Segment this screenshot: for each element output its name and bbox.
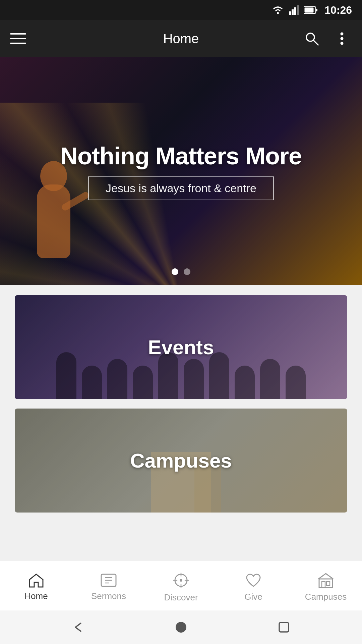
hero-content: Nothing Matters More Jesus is always fro… [60,142,302,200]
search-button[interactable] [302,29,322,49]
svg-point-0 [277,12,279,14]
recents-icon [277,621,291,634]
carousel-dot-1[interactable] [172,268,178,275]
crowd-person [158,352,178,399]
events-label: Events [148,336,214,359]
nav-item-sermons[interactable]: Sermons [72,560,145,610]
crowd-person [107,359,127,399]
svg-rect-4 [297,5,299,15]
bottom-nav: Home Sermons Discover [0,560,362,610]
system-nav [0,610,362,644]
toolbar-actions [302,29,352,49]
crowd-person [133,366,153,399]
menu-line-1 [10,33,26,35]
more-icon [339,31,345,46]
back-button[interactable] [68,617,88,637]
crowd-person [209,352,229,399]
time-display: 10:26 [324,4,352,16]
sermons-icon [100,573,117,588]
crowd-person [82,366,102,399]
campuses-nav-label: Campuses [305,592,347,602]
svg-rect-27 [279,623,289,632]
campuses-label: Campuses [130,449,232,472]
status-bar: 10:26 [0,0,362,20]
search-icon [304,31,319,46]
building-side [194,466,221,513]
svg-point-18 [180,579,182,582]
status-icons [272,5,318,15]
crowd-person [184,359,204,399]
svg-rect-3 [294,7,296,15]
svg-point-10 [341,33,344,36]
hero-subtitle-box: Jesus is always front & centre [88,176,274,200]
svg-rect-1 [289,11,291,15]
svg-rect-6 [316,9,317,11]
content-section: Events Campuses [0,285,362,560]
nav-item-campuses[interactable]: Campuses [290,560,362,610]
home-icon [28,573,44,588]
discover-icon [172,572,190,589]
campuses-nav-icon [317,572,335,588]
give-icon [245,572,262,588]
menu-button[interactable] [10,29,30,49]
back-icon [71,621,85,634]
home-system-icon [174,621,188,634]
crowd-person [56,352,76,399]
hero-title: Nothing Matters More [60,142,302,170]
hero-subtitle: Jesus is always front & centre [106,182,256,195]
crowd-person [260,359,280,399]
nav-item-discover[interactable]: Discover [145,560,217,610]
battery-icon [304,6,318,14]
give-nav-label: Give [244,592,262,602]
home-nav-label: Home [24,591,48,601]
nav-item-give[interactable]: Give [217,560,290,610]
sermons-nav-label: Sermons [91,591,126,601]
toolbar: Home [0,20,362,57]
signal-icon [289,5,299,15]
home-system-button[interactable] [171,617,191,637]
svg-rect-7 [305,8,314,13]
recents-button[interactable] [274,617,294,637]
svg-line-9 [313,40,318,45]
crowd-person [235,366,255,399]
carousel-dots [172,268,190,275]
svg-rect-23 [319,579,333,588]
nav-item-home[interactable]: Home [0,560,72,610]
svg-point-26 [176,622,186,633]
page-title: Home [163,31,199,46]
menu-line-2 [10,38,26,39]
svg-rect-24 [322,582,325,588]
campuses-card[interactable]: Campuses [15,409,347,513]
carousel-dot-2[interactable] [184,268,190,275]
hero-banner[interactable]: Nothing Matters More Jesus is always fro… [0,57,362,285]
menu-line-3 [10,43,26,44]
discover-nav-label: Discover [164,592,198,603]
svg-point-11 [341,37,344,40]
more-options-button[interactable] [332,29,352,49]
events-card[interactable]: Events [15,295,347,399]
crowd-person [286,366,306,399]
wifi-icon [272,5,284,15]
svg-rect-2 [292,9,294,15]
svg-rect-25 [326,582,330,586]
svg-point-12 [341,42,344,45]
